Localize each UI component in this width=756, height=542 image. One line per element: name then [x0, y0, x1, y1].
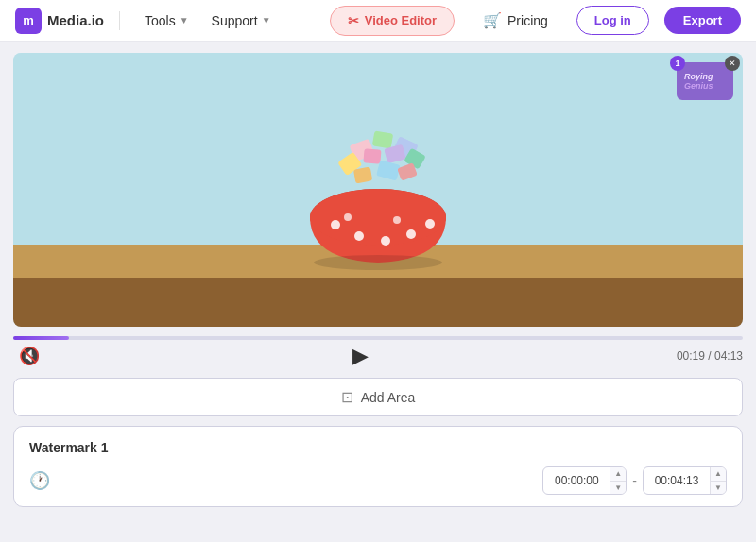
logo-letter: m	[23, 13, 34, 27]
svg-point-14	[381, 236, 390, 246]
tools-chevron-icon: ▼	[180, 15, 189, 25]
start-time-input[interactable]: 00:00:00 ▲ ▼	[542, 466, 627, 495]
add-area-icon: ⊡	[341, 388, 353, 406]
time-display: 00:19 / 04:13	[677, 349, 743, 363]
svg-rect-7	[353, 166, 372, 183]
svg-point-16	[425, 219, 435, 229]
current-time: 00:19	[677, 349, 705, 363]
watermark-line1: Roying	[684, 72, 713, 81]
watermark-card-title: Watermark 1	[29, 440, 727, 455]
svg-rect-1	[372, 130, 393, 148]
support-label: Support	[212, 13, 258, 28]
bowl-illustration	[284, 123, 472, 278]
progress-bar[interactable]	[13, 336, 743, 340]
start-time-down[interactable]: ▼	[610, 482, 626, 495]
svg-point-12	[331, 220, 340, 229]
svg-point-18	[393, 216, 401, 224]
export-button[interactable]: Export	[664, 7, 741, 34]
time-separator: /	[708, 349, 714, 363]
cart-icon: 🛒	[483, 11, 502, 29]
support-chevron-icon: ▼	[262, 15, 271, 25]
playback-row: 🔇 ▶ 00:19 / 04:13	[13, 344, 743, 368]
video-editor-button[interactable]: ✂ Video Editor	[330, 6, 455, 36]
time-dash: -	[632, 473, 637, 488]
watermark-badge: 1	[670, 56, 685, 71]
watermark-card: Watermark 1 🕐 00:00:00 ▲ ▼ - 00:04:13 ▲	[13, 426, 743, 507]
end-time-input[interactable]: 00:04:13 ▲ ▼	[643, 466, 727, 495]
svg-point-15	[406, 229, 416, 239]
end-time-value: 00:04:13	[644, 474, 710, 487]
add-area-label: Add Area	[361, 390, 416, 405]
start-time-value: 00:00:00	[543, 474, 610, 487]
svg-point-19	[314, 255, 442, 270]
watermark-text: Roying Genius	[684, 72, 713, 91]
logo-icon: m	[15, 8, 42, 34]
watermark-close-icon[interactable]: ✕	[725, 56, 740, 71]
end-time-up[interactable]: ▲	[711, 467, 726, 482]
svg-rect-8	[376, 160, 401, 180]
start-time-spinners: ▲ ▼	[610, 467, 626, 494]
tools-label: Tools	[145, 13, 176, 28]
video-editor-label: Video Editor	[365, 13, 437, 27]
login-label: Log in	[594, 13, 631, 27]
start-time-up[interactable]: ▲	[610, 467, 626, 482]
nav-divider	[119, 11, 120, 30]
svg-rect-4	[363, 148, 381, 164]
video-player: 1 ✕ Roying Genius	[13, 53, 743, 327]
logo-text: Media.io	[47, 12, 104, 28]
svg-point-11	[310, 189, 446, 246]
svg-point-13	[354, 231, 364, 241]
pricing-label: Pricing	[507, 13, 548, 28]
watermark-preview: 1 ✕ Roying Genius	[677, 62, 733, 100]
total-time: 04:13	[714, 349, 743, 363]
login-button[interactable]: Log in	[576, 6, 649, 35]
mute-button[interactable]: 🔇	[13, 344, 45, 368]
progress-fill	[13, 336, 69, 340]
logo[interactable]: m Media.io	[15, 8, 104, 34]
watermark-line2: Genius	[684, 81, 713, 91]
tools-menu[interactable]: Tools ▼	[135, 8, 198, 33]
watermark-card-row: 🕐 00:00:00 ▲ ▼ - 00:04:13 ▲ ▼	[29, 466, 727, 495]
end-time-down[interactable]: ▼	[711, 482, 726, 495]
export-label: Export	[683, 13, 722, 27]
support-menu[interactable]: Support ▼	[202, 8, 281, 33]
time-input-group: 00:00:00 ▲ ▼ - 00:04:13 ▲ ▼	[542, 466, 727, 495]
scissors-icon: ✂	[348, 13, 359, 28]
main-content: 1 ✕ Roying Genius 🔇 ▶ 00:19 / 04:13 ⊡ Ad…	[0, 42, 756, 542]
navbar: m Media.io Tools ▼ Support ▼ ✂ Video Edi…	[0, 0, 756, 42]
pricing-button[interactable]: 🛒 Pricing	[470, 5, 561, 36]
svg-point-17	[344, 213, 352, 221]
video-scene	[13, 53, 743, 327]
add-area-button[interactable]: ⊡ Add Area	[13, 378, 743, 416]
end-time-spinners: ▲ ▼	[710, 467, 726, 494]
playback-controls: 🔇 ▶ 00:19 / 04:13	[13, 336, 743, 368]
play-button[interactable]: ▶	[352, 344, 369, 368]
nav-menu: Tools ▼ Support ▼	[135, 8, 281, 33]
clock-icon: 🕐	[29, 470, 50, 491]
